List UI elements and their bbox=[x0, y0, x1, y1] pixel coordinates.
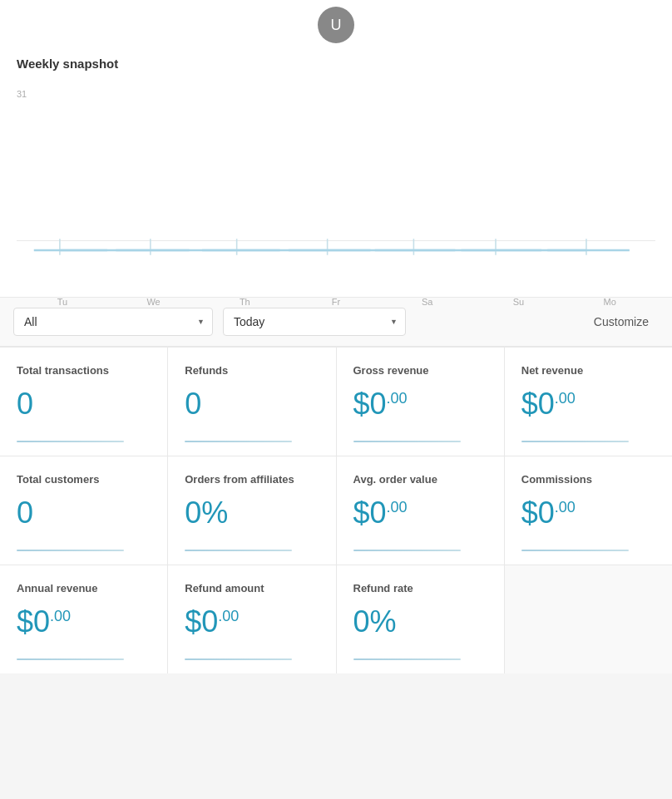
stat-card-refunds: Refunds 0 bbox=[168, 348, 335, 456]
stat-value-net-revenue: $0.00 bbox=[521, 387, 576, 422]
today-filter-wrapper: Today bbox=[223, 308, 406, 336]
chart-svg bbox=[17, 97, 655, 289]
stat-label-gross-revenue: Gross revenue bbox=[353, 364, 429, 377]
today-filter-select[interactable]: Today bbox=[223, 308, 406, 336]
stat-label-net-revenue: Net revenue bbox=[521, 364, 583, 377]
stat-card-refund-rate: Refund rate 0% bbox=[337, 565, 504, 673]
stat-value-refund-rate: 0% bbox=[353, 604, 397, 639]
stat-label-refund-rate: Refund rate bbox=[353, 582, 413, 594]
stat-card-gross-revenue: Gross revenue $0.00 bbox=[337, 348, 504, 456]
chart-x-label-tu: Tu bbox=[17, 297, 108, 307]
stat-value-total-customers: 0 bbox=[17, 496, 33, 530]
stat-value-gross-revenue: $0.00 bbox=[353, 387, 408, 422]
stat-underline bbox=[521, 441, 629, 442]
stat-card-orders-affiliates: Orders from affiliates 0% bbox=[168, 456, 335, 565]
stat-underline bbox=[185, 550, 292, 551]
stat-value-refund-amount: $0.00 bbox=[185, 604, 239, 639]
stat-value-avg-order-value: $0.00 bbox=[353, 496, 408, 530]
stat-label-commissions: Commissions bbox=[521, 473, 592, 486]
page-wrapper: U Weekly snapshot 31 bbox=[0, 0, 672, 673]
stat-underline bbox=[185, 658, 292, 660]
stat-card-empty bbox=[505, 565, 672, 673]
stat-label-total-transactions: Total transactions bbox=[17, 364, 109, 377]
chart-x-label-su: Su bbox=[473, 297, 565, 307]
stat-value-refunds: 0 bbox=[185, 387, 201, 422]
chart-x-label-th: Th bbox=[199, 297, 290, 307]
stat-label-refund-amount: Refund amount bbox=[185, 582, 264, 594]
chart-y-label: 31 bbox=[17, 89, 27, 99]
stat-label-refunds: Refunds bbox=[185, 364, 228, 377]
all-filter-wrapper: All bbox=[13, 308, 213, 336]
top-avatar-area: U bbox=[0, 0, 672, 43]
stat-underline bbox=[521, 550, 629, 551]
stat-underline bbox=[353, 658, 461, 660]
stat-value-commissions: $0.00 bbox=[521, 496, 576, 530]
stats-row-2: Total customers 0 Orders from affiliates… bbox=[0, 456, 672, 565]
chart-x-label-mo: Mo bbox=[564, 297, 655, 307]
stat-card-total-customers: Total customers 0 bbox=[0, 456, 167, 565]
stat-label-total-customers: Total customers bbox=[17, 473, 99, 486]
stat-underline bbox=[17, 550, 124, 551]
stats-row-1: Total transactions 0 Refunds 0 Gross rev… bbox=[0, 347, 672, 456]
stat-card-commissions: Commissions $0.00 bbox=[505, 456, 672, 565]
stat-card-refund-amount: Refund amount $0.00 bbox=[168, 565, 335, 673]
chart-x-label-fr: Fr bbox=[290, 297, 382, 307]
avatar: U bbox=[318, 7, 354, 43]
stat-value-total-transactions: 0 bbox=[17, 387, 33, 422]
chart-section: Weekly snapshot 31 bbox=[0, 43, 672, 298]
chart-x-label-we: We bbox=[108, 297, 200, 307]
stat-underline bbox=[17, 658, 124, 660]
stat-label-orders-affiliates: Orders from affiliates bbox=[185, 473, 294, 486]
stat-label-avg-order-value: Avg. order value bbox=[353, 473, 437, 486]
chart-title: Weekly snapshot bbox=[17, 57, 655, 71]
stat-card-avg-order-value: Avg. order value $0.00 bbox=[337, 456, 504, 565]
stat-card-total-transactions: Total transactions 0 bbox=[0, 348, 167, 456]
stat-underline bbox=[353, 550, 461, 551]
stat-value-orders-affiliates: 0% bbox=[185, 496, 228, 530]
stat-underline bbox=[353, 441, 461, 442]
stats-row-3: Annual revenue $0.00 Refund amount $0.00… bbox=[0, 565, 672, 673]
all-filter-select[interactable]: All bbox=[13, 308, 213, 336]
stat-card-net-revenue: Net revenue $0.00 bbox=[505, 348, 672, 456]
chart-x-label-sa: Sa bbox=[382, 297, 473, 307]
stat-card-annual-revenue: Annual revenue $0.00 bbox=[0, 565, 167, 673]
stat-value-annual-revenue: $0.00 bbox=[17, 604, 71, 639]
stat-underline bbox=[185, 441, 292, 442]
chart-area: 31 bbox=[17, 81, 655, 297]
stat-underline bbox=[17, 441, 124, 442]
stat-label-annual-revenue: Annual revenue bbox=[17, 582, 98, 594]
